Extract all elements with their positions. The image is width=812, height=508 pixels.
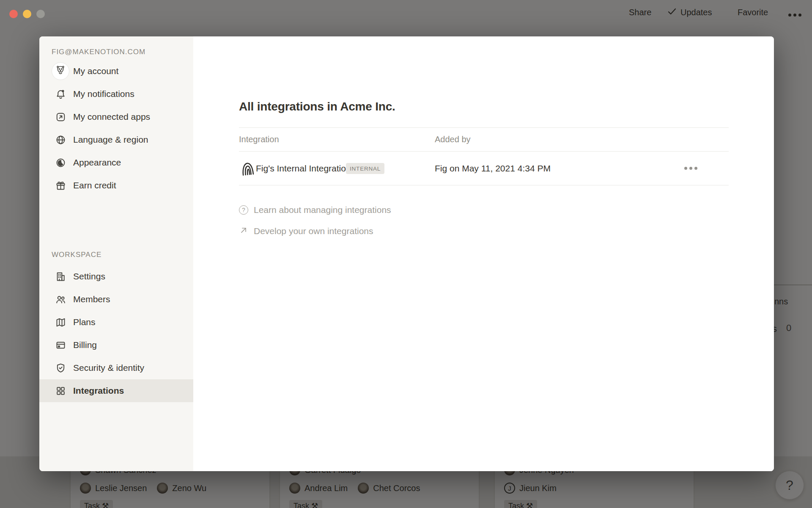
sidebar-item-label: Settings (73, 271, 105, 282)
external-link-icon (52, 108, 69, 125)
integration-row[interactable]: Fig's Internal Integration INTERNAL Fig … (239, 152, 729, 185)
moon-icon (52, 154, 69, 171)
sidebar-item-billing[interactable]: Billing (39, 334, 193, 356)
zoom-window-button[interactable] (36, 10, 45, 18)
help-circle-icon: ? (239, 205, 248, 215)
page-title: All integrations in Acme Inc. (239, 100, 395, 113)
gift-icon (52, 177, 69, 194)
sidebar-item-label: Integrations (73, 386, 124, 396)
integrations-table: Integration Added by Fig's Inter (239, 127, 729, 185)
sidebar-item-label: My notifications (73, 89, 134, 99)
integration-name: Fig's Internal Integration (256, 163, 351, 174)
sidebar-item-members[interactable]: Members (39, 288, 193, 311)
develop-integrations-link[interactable]: Develop your own integrations (239, 221, 391, 242)
sidebar-item-appearance[interactable]: Appearance (39, 151, 193, 174)
settings-modal: FIG@MAKENOTION.COM My account (39, 36, 774, 471)
column-header-added-by: Added by (435, 135, 471, 144)
shield-check-icon (52, 359, 69, 376)
link-label: Develop your own integrations (254, 226, 373, 236)
sidebar-item-my-notifications[interactable]: My notifications (39, 83, 193, 105)
added-by-value: Fig on May 11, 2021 4:34 PM (435, 163, 551, 174)
sidebar-item-plans[interactable]: Plans (39, 311, 193, 334)
sidebar-item-my-connected-apps[interactable]: My connected apps (39, 105, 193, 128)
user-avatar (52, 63, 69, 80)
credit-card-icon (52, 337, 69, 353)
map-icon (52, 314, 69, 331)
learn-integrations-link[interactable]: ? Learn about managing integrations (239, 199, 391, 221)
internal-badge: INTERNAL (346, 163, 384, 174)
building-icon (52, 268, 69, 285)
sidebar-item-label: My connected apps (73, 112, 150, 122)
sidebar-item-label: My account (73, 66, 118, 76)
sidebar-item-security-identity[interactable]: Security & identity (39, 356, 193, 379)
sidebar-item-label: Plans (73, 317, 96, 327)
sidebar-item-earn-credit[interactable]: Earn credit (39, 174, 193, 197)
integration-logo-icon (240, 160, 255, 177)
sidebar-item-my-account[interactable]: My account (39, 60, 193, 83)
link-label: Learn about managing integrations (254, 205, 391, 215)
grid-icon (52, 382, 69, 399)
arrow-up-right-icon (239, 226, 248, 237)
sidebar-item-label: Members (73, 294, 110, 304)
workspace-section-label: WORKSPACE (52, 251, 102, 259)
sidebar-item-label: Appearance (73, 157, 121, 168)
window-controls (9, 10, 45, 18)
column-header-integration: Integration (239, 135, 279, 144)
sidebar-item-settings[interactable]: Settings (39, 265, 193, 288)
sidebar-item-label: Language & region (73, 135, 148, 145)
close-window-button[interactable] (9, 10, 18, 18)
row-more-options-icon[interactable] (683, 165, 699, 171)
sidebar-item-integrations[interactable]: Integrations (39, 379, 193, 402)
account-email-label: FIG@MAKENOTION.COM (52, 48, 193, 56)
people-icon (52, 291, 69, 308)
globe-icon (52, 131, 69, 148)
minimize-window-button[interactable] (23, 10, 31, 18)
bell-icon (52, 86, 69, 102)
sidebar-item-label: Security & identity (73, 363, 144, 373)
app-window: Share Updates Favorite nns s 0 Shawn San… (0, 0, 812, 508)
sidebar-item-language-region[interactable]: Language & region (39, 128, 193, 151)
sidebar-item-label: Billing (73, 340, 97, 350)
sidebar-item-label: Earn credit (73, 180, 116, 190)
integrations-panel: All integrations in Acme Inc. Integratio… (193, 36, 774, 471)
settings-sidebar: FIG@MAKENOTION.COM My account (39, 36, 193, 471)
